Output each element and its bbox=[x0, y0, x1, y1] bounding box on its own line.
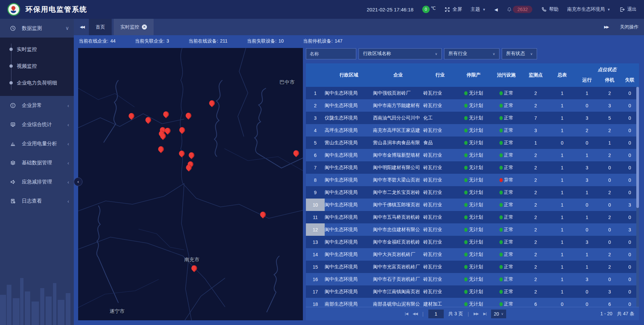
table-row[interactable]: 18 南部生态环境局 南部县砚华山泥有限公 建材加工 无计划 正常 bbox=[306, 298, 639, 307]
page-number-input[interactable] bbox=[428, 310, 444, 318]
sidebar-item-video-monitoring[interactable]: 视频监控 bbox=[0, 58, 74, 74]
table-row[interactable]: 13 阆中生态环境局 阆中市金福旺页岩机砖 砖瓦行业 无计划 正常 bbox=[306, 236, 639, 248]
table-row[interactable]: 17 阆中生态环境局 阆中市江南镇阆南页岩 砖瓦行业 无计划 正常 bbox=[306, 285, 639, 298]
exit-icon bbox=[619, 7, 625, 12]
region-select[interactable]: 行政区域名称 ∨ bbox=[359, 48, 442, 59]
industry-select[interactable]: 所有行业 ∨ bbox=[444, 48, 499, 59]
help-button[interactable]: 帮助 bbox=[541, 6, 558, 12]
logout-button[interactable]: 退出 bbox=[619, 6, 637, 12]
cell-pollution-facility: 正常 bbox=[490, 165, 522, 171]
sidebar-group-power-analysis[interactable]: 企业用电量分析 ‹ bbox=[0, 134, 74, 153]
facility-status-label: 正常 bbox=[504, 189, 514, 196]
limit-status-label: 无计划 bbox=[469, 189, 483, 196]
table-row[interactable]: 11 阆中生态环境局 阆中市五马桥页岩机砖 砖瓦行业 无计划 正常 bbox=[306, 211, 639, 223]
map-collapse-button[interactable]: ‹ bbox=[74, 177, 83, 186]
limit-status-label: 无计划 bbox=[469, 289, 483, 295]
cell-company: 阆中市光富页岩机砖厂 bbox=[373, 264, 423, 270]
cell-pollution-facility: 正常 bbox=[490, 152, 522, 158]
cell-production-limit: 无计划 bbox=[457, 214, 490, 220]
layers-icon bbox=[10, 160, 16, 166]
tab-realtime-monitoring[interactable]: 实时监控 ✕ bbox=[114, 19, 154, 35]
table-row[interactable]: 3 仪陇生态环境局 西南油气田分公司川中 化工 无计划 正常 bbox=[306, 112, 639, 124]
map-panel[interactable]: 巴中市 南充市 遂宁市 bbox=[78, 48, 303, 320]
table-row[interactable]: 16 阆中生态环境局 阆中市石子页岩机砖厂 砖瓦行业 无计划 正常 bbox=[306, 273, 639, 285]
tab-home[interactable]: 首页 bbox=[89, 19, 112, 35]
table-row[interactable]: 9 阆中生态环境局 阆中市二龙长宝页岩砖 砖瓦行业 无计划 正常 bbox=[306, 186, 639, 199]
cell-running: 1 bbox=[575, 91, 599, 96]
table-row[interactable]: 4 高坪生态环境局 南充市高坪区王家店建 砖瓦行业 无计划 正常 bbox=[306, 124, 639, 137]
facility-status-label: 正常 bbox=[504, 115, 514, 121]
pager-first-button[interactable]: |◀ bbox=[405, 312, 408, 316]
cell-monitor-points: 3 bbox=[522, 128, 549, 133]
enterprise-panel: 行政区域名称 ∨ 所有行业 ∨ 所有状态 ∨ 行政区域 bbox=[306, 48, 639, 320]
sidebar-item-realtime-monitoring[interactable]: 实时监控 bbox=[0, 41, 74, 58]
cell-total-meter: 1 bbox=[549, 289, 575, 294]
pager-next-button[interactable]: ▶▶ bbox=[474, 312, 479, 316]
org-menu-button[interactable]: 南充市生态环境局 ▼ bbox=[567, 6, 610, 12]
status-dot-icon bbox=[499, 265, 503, 269]
row-index: 7 bbox=[306, 161, 325, 174]
cell-industry: 砖瓦行业 bbox=[423, 152, 457, 158]
table-row[interactable]: 1 阆中生态环境局 阆中强锐页岩砖厂 砖瓦行业 无计划 正常 bbox=[306, 87, 639, 99]
sidebar-group-log-view[interactable]: 日志查看 ‹ bbox=[0, 192, 74, 211]
cell-pollution-facility: 正常 bbox=[490, 276, 522, 282]
row-index: 15 bbox=[306, 261, 325, 273]
sidebar-group-base-data[interactable]: 基础数据管理 ‹ bbox=[0, 153, 74, 172]
tabs-scroll-left-button[interactable]: ◀◀ bbox=[77, 23, 87, 31]
limit-status-label: 无计划 bbox=[469, 152, 483, 158]
theme-button[interactable]: 主题 ▼ bbox=[471, 6, 486, 12]
sound-toggle-button[interactable]: ◀ bbox=[494, 7, 498, 12]
table-row[interactable]: 12 阆中生态环境局 阆中市忠信建材有限公 砖瓦行业 无计划 正常 bbox=[306, 223, 639, 236]
cell-company: 阆中市枣碧大梁山页岩 bbox=[373, 177, 423, 183]
cell-industry: 砖瓦行业 bbox=[423, 289, 457, 295]
table-row[interactable]: 7 阆中生态环境局 阆中明阳建材有限公司 砖瓦行业 无计划 正常 bbox=[306, 161, 639, 174]
table-body: 1 阆中生态环境局 阆中强锐页岩砖厂 砖瓦行业 无计划 正常 bbox=[306, 87, 639, 307]
table-row[interactable]: 10 阆中生态环境局 阆中千佛镇五郎垭页岩 砖瓦行业 无计划 正常 bbox=[306, 199, 639, 211]
fullscreen-button[interactable]: 全屏 bbox=[444, 6, 462, 12]
scrollbar-thumb[interactable] bbox=[636, 87, 639, 208]
name-search-input[interactable] bbox=[306, 48, 356, 59]
table-row[interactable]: 8 阆中生态环境局 阆中市枣碧大梁山页岩 砖瓦行业 无计划 异常 bbox=[306, 174, 639, 186]
cell-company: 阆中市忠信建材有限公 bbox=[373, 227, 423, 233]
status-dot-icon bbox=[464, 253, 468, 257]
stat-value: 44 bbox=[110, 38, 116, 44]
notifications-button[interactable]: 2632 bbox=[506, 6, 532, 13]
status-dot-icon bbox=[464, 228, 468, 232]
cell-stopped: 0 bbox=[599, 177, 621, 183]
range-label: 1 - 20 bbox=[600, 311, 612, 317]
status-dot-icon bbox=[499, 253, 503, 257]
cell-stopped: 2 bbox=[599, 128, 621, 133]
page-size-select[interactable]: 20 ∨ bbox=[491, 310, 506, 318]
table-row[interactable]: 2 阆中生态环境局 阆中市南方节能建材有 砖瓦行业 无计划 正常 bbox=[306, 99, 639, 112]
table-row[interactable]: 6 阆中生态环境局 阆中市金博瑞新型墙材 砖瓦行业 无计划 正常 bbox=[306, 149, 639, 161]
sidebar-group-emergency-reduction[interactable]: 应急减排管理 ‹ bbox=[0, 172, 74, 192]
close-operations-button[interactable]: 关闭操作 bbox=[620, 24, 639, 30]
column-lost: 失联 bbox=[621, 73, 639, 87]
facility-status-label: 正常 bbox=[504, 276, 514, 282]
tab-close-icon[interactable]: ✕ bbox=[142, 24, 147, 30]
cell-production-limit: 无计划 bbox=[457, 115, 490, 121]
sidebar-item-power-load-detail[interactable]: 企业电力负荷明细 bbox=[0, 74, 74, 91]
cell-monitor-points: 2 bbox=[522, 165, 549, 170]
table-scrollbar[interactable] bbox=[636, 87, 639, 307]
tabs-scroll-right-button[interactable]: ▶▶ bbox=[601, 23, 611, 31]
pager-last-button[interactable]: ▶| bbox=[483, 312, 486, 316]
cell-production-limit: 无计划 bbox=[457, 127, 490, 133]
help-label: 帮助 bbox=[549, 6, 558, 12]
pager-prev-button[interactable]: ◀◀ bbox=[413, 312, 418, 316]
sidebar-group-data-monitoring[interactable]: 数据监测 ∨ bbox=[0, 19, 74, 38]
facility-status-label: 正常 bbox=[504, 140, 514, 146]
cell-pollution-facility: 正常 bbox=[490, 214, 522, 220]
table-row[interactable]: 5 营山生态环境局 营山县润丰肉食品有限 食品 无计划 正常 bbox=[306, 137, 639, 149]
sidebar-group-enterprise-statistics[interactable]: 企业综合统计 ‹ bbox=[0, 115, 74, 134]
table-row[interactable]: 15 阆中生态环境局 阆中市光富页岩机砖厂 砖瓦行业 无计划 正常 bbox=[306, 261, 639, 273]
limit-status-label: 无计划 bbox=[469, 276, 483, 282]
status-dot-icon bbox=[464, 203, 468, 207]
sidebar-group-enterprise-abnormal[interactable]: 企业异常 ‹ bbox=[0, 96, 74, 115]
cell-industry: 砖瓦行业 bbox=[423, 103, 457, 109]
status-select[interactable]: 所有状态 ∨ bbox=[502, 48, 537, 59]
chevron-left-icon: ‹ bbox=[67, 122, 69, 127]
cell-stopped: 2 bbox=[599, 153, 621, 158]
limit-status-label: 无计划 bbox=[469, 252, 483, 258]
table-row[interactable]: 14 阆中生态环境局 阆中大兴页岩机砖厂 砖瓦行业 无计划 正常 bbox=[306, 248, 639, 261]
